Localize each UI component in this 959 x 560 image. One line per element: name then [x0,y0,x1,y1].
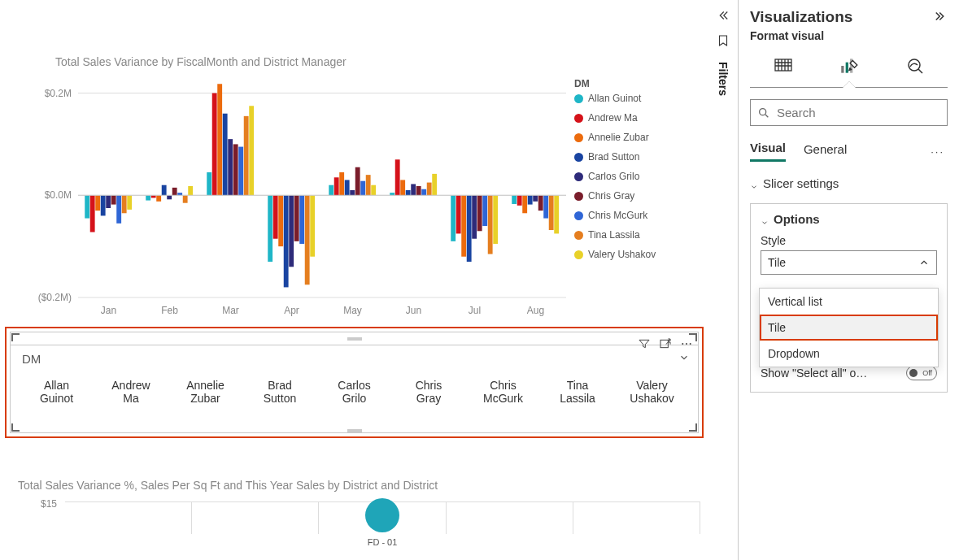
bar[interactable] [493,195,498,244]
bar[interactable] [95,195,100,211]
legend-item[interactable]: Tina Lassila [574,229,656,241]
bar[interactable] [156,195,161,202]
bar[interactable] [244,116,249,195]
bar[interactable] [289,195,294,267]
style-option[interactable]: Vertical list [760,289,938,315]
slicer-tile[interactable]: BradSutton [251,379,308,405]
bar[interactable] [371,185,376,196]
bar[interactable] [278,195,283,246]
legend-item[interactable]: Chris Gray [574,190,656,202]
bar[interactable] [228,139,233,195]
chart-visual[interactable]: Total Sales Variance by FiscalMonth and … [0,0,708,319]
bar[interactable] [416,186,421,195]
search-input[interactable] [775,105,940,120]
bar[interactable] [106,195,111,208]
bar[interactable] [350,190,355,195]
bar[interactable] [549,195,554,230]
bar[interactable] [101,195,106,215]
slicer-visual[interactable]: DM AllanGuinotAndrewMaAnnelieZubarBradSu… [10,332,699,433]
slicer-tile[interactable]: TinaLassila [549,379,606,405]
slicer-tile[interactable]: ChrisGray [400,379,457,405]
search-input-wrapper[interactable] [750,99,948,126]
bar[interactable] [360,181,365,196]
legend-item[interactable]: Allan Guinot [574,93,656,104]
bar[interactable] [533,195,538,202]
legend-item[interactable]: Annelie Zubar [574,132,656,143]
bar[interactable] [421,189,426,196]
bar[interactable] [528,195,533,204]
bar[interactable] [554,195,559,233]
bar[interactable] [223,114,228,196]
expand-icon[interactable] [933,9,948,26]
bar-chart[interactable]: $0.2M$0.0M($0.2M)JanFebMarAprMayJunJulAu… [33,75,569,319]
legend-item[interactable]: Valery Ushakov [574,249,656,260]
slicer-tile[interactable]: ValeryUshakov [624,379,681,405]
bar[interactable] [461,195,466,256]
bar[interactable] [427,183,432,196]
drag-handle-top[interactable] [11,332,698,345]
bar[interactable] [406,190,411,195]
legend-item[interactable]: Andrew Ma [574,112,656,124]
bar[interactable] [522,195,527,213]
tab-general[interactable]: General [804,142,847,161]
slicer-tile[interactable]: AnnelieZubar [177,379,234,405]
style-option[interactable]: Tile [760,315,938,341]
style-option[interactable]: Dropdown [760,341,938,367]
tab-visual[interactable]: Visual [750,141,786,162]
collapse-icon[interactable] [716,8,730,25]
data-point-bubble[interactable] [365,498,399,532]
bar[interactable] [411,184,416,195]
bar[interactable] [538,195,543,211]
bar[interactable] [249,106,254,195]
bar[interactable] [477,195,482,231]
bar[interactable] [217,84,222,195]
bar[interactable] [456,195,461,233]
bar[interactable] [85,195,89,218]
bar[interactable] [172,188,177,195]
slicer-tile[interactable]: CarlosGrilo [326,379,383,405]
scatter-visual[interactable]: Total Sales Variance %, Sales Per Sq Ft … [0,479,708,534]
filters-label[interactable]: Filters [717,62,730,96]
build-visual-tab-icon[interactable] [771,54,796,78]
legend-item[interactable]: Carlos Grilo [574,171,656,182]
bar[interactable] [334,177,339,195]
legend-item[interactable]: Brad Sutton [574,151,656,163]
analytics-tab-icon[interactable] [903,54,927,78]
bar[interactable] [467,195,472,262]
bar[interactable] [339,172,344,195]
bar[interactable] [294,195,299,241]
bar[interactable] [345,180,350,195]
focus-mode-icon[interactable] [659,337,672,353]
more-options-icon[interactable] [680,337,693,353]
bar[interactable] [366,175,371,195]
bar[interactable] [395,159,400,195]
legend-item[interactable]: Chris McGurk [574,210,656,221]
slicer-settings-section[interactable]: Slicer settings [750,176,948,190]
bar[interactable] [183,195,188,202]
options-section[interactable]: Options [761,212,937,226]
bar[interactable] [162,185,167,196]
bar[interactable] [355,167,360,196]
bar[interactable] [212,93,217,196]
slicer-tile[interactable]: ChrisMcGurk [475,379,532,405]
bar[interactable] [116,195,121,224]
bar[interactable] [167,195,172,199]
style-dropdown[interactable]: Tile [761,250,937,275]
bar[interactable] [127,195,132,210]
bar[interactable] [122,195,127,213]
bar[interactable] [268,195,272,262]
bar[interactable] [233,144,238,195]
drag-handle-bottom[interactable] [347,429,362,432]
select-all-toggle[interactable]: Off [906,366,937,380]
bar[interactable] [451,195,456,241]
bar[interactable] [400,180,405,195]
bar[interactable] [305,195,310,284]
tabs-more-icon[interactable]: ··· [931,145,948,158]
bar[interactable] [273,195,278,238]
bar[interactable] [299,195,304,244]
format-visual-tab-icon[interactable] [837,54,861,78]
bar[interactable] [90,195,95,232]
bar[interactable] [310,195,315,256]
bar[interactable] [517,195,522,206]
bar[interactable] [188,186,193,195]
